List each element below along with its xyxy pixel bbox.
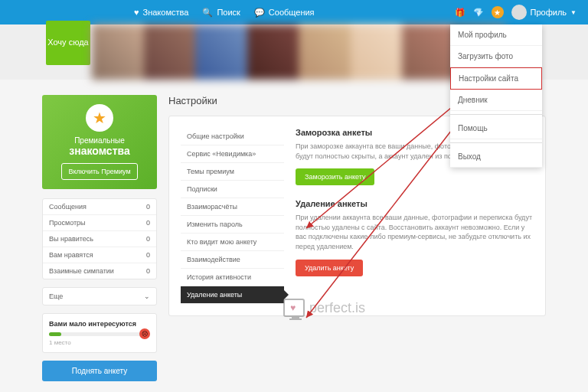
snav-general[interactable]: Общие настройки [181,128,284,145]
snav-visibility[interactable]: Кто видит мою анкету [181,234,284,251]
snav-delete[interactable]: Удаление анкеты [181,286,284,304]
dropdown-diary[interactable]: Дневник [450,90,542,111]
stat-mutual[interactable]: Взаимные симпатии0 [43,263,156,279]
delete-section: Удаление анкеты При удалении аккаунта вс… [296,199,534,276]
settings-nav: Общие настройки Сервис «Невидимка» Темы … [181,128,284,304]
star-icon[interactable]: ★ [492,6,504,18]
snav-subscriptions[interactable]: Подписки [181,181,284,198]
snav-password[interactable]: Изменить пароль [181,216,284,234]
stat-you-liked[interactable]: Вы нравитесь0 [43,231,156,247]
heart-icon: ♥ [134,8,139,17]
search-icon: 🔍 [202,8,213,18]
delete-button[interactable]: Удалить анкету [296,260,363,276]
stat-likes-you[interactable]: Вам нравятся0 [43,247,156,263]
stat-views[interactable]: Просмотры0 [43,215,156,231]
dropdown-my-profile[interactable]: Мой профиль [450,24,542,46]
interest-box: Вами мало интересуются ☹ 1 место [42,313,157,353]
dropdown-logout[interactable]: Выход [450,146,542,168]
nav-dating[interactable]: ♥Знакомства [134,8,188,18]
nav-messages[interactable]: 💬Сообщения [254,8,315,18]
snav-interaction[interactable]: Взаимодействие [181,251,284,269]
dropdown-upload-photo[interactable]: Загрузить фото [450,46,542,67]
dropdown-site-settings[interactable]: Настройки сайта [450,67,542,90]
nav-search[interactable]: 🔍Поиск [202,8,240,18]
more-button[interactable]: Еще⌄ [42,287,157,305]
snav-activity[interactable]: История активности [181,269,284,286]
chat-icon: 💬 [254,8,265,18]
sad-face-icon: ☹ [139,328,150,339]
raise-profile-button[interactable]: Поднять анкету [42,361,157,381]
freeze-button[interactable]: Заморозить анкету [296,168,374,185]
premium-box: ★ Премиальные знакомства Включить Премиу… [42,95,157,189]
stats-box: Сообщения0 Просмотры0 Вы нравитесь0 Вам … [42,198,157,279]
avatar [511,5,527,20]
snav-payments[interactable]: Взаиморасчёты [181,198,284,216]
dropdown-help[interactable]: Помощь [450,118,542,139]
profile-dropdown: Мой профиль Загрузить фото Настройки сай… [450,24,542,168]
snav-themes[interactable]: Темы премиум [181,163,284,181]
snav-invisible[interactable]: Сервис «Невидимка» [181,145,284,163]
monitor-icon: ♥ [283,299,305,317]
stat-messages[interactable]: Сообщения0 [43,199,156,215]
chevron-down-icon: ▼ [570,9,577,16]
want-here-button[interactable]: Хочу сюда [46,21,90,65]
enable-premium-button[interactable]: Включить Премиум [61,163,137,180]
gift-icon[interactable]: 🎁 [455,8,466,18]
chevron-down-icon: ⌄ [144,292,150,300]
watermark: ♥ perfect.is [283,299,365,317]
profile-menu-button[interactable]: Профиль ▼ [511,5,577,20]
diamond-icon[interactable]: 💎 [473,8,484,18]
star-icon: ★ [86,104,113,132]
